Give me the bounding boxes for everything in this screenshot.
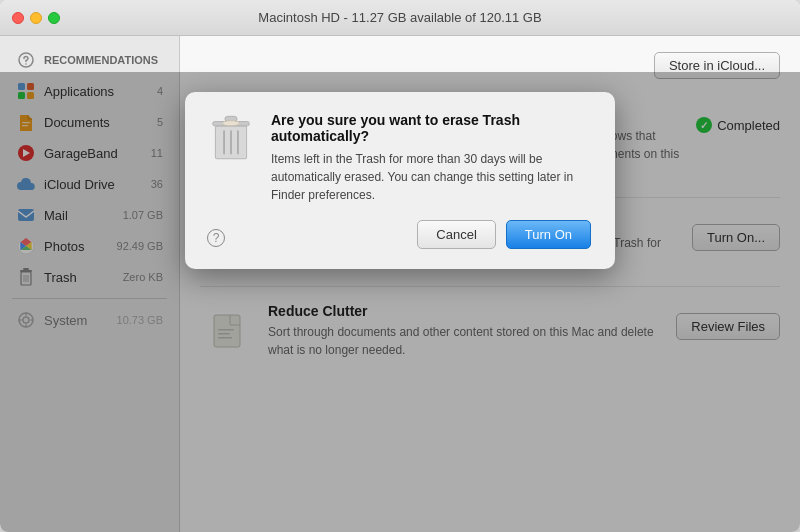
modal-buttons: Cancel Turn On xyxy=(205,220,591,249)
recommendations-icon xyxy=(16,50,36,70)
modal-trash-icon xyxy=(205,112,257,164)
maximize-button[interactable] xyxy=(48,12,60,24)
traffic-lights xyxy=(12,12,60,24)
modal-cancel-button[interactable]: Cancel xyxy=(417,220,495,249)
modal-overlay: Are you sure you want to erase Trash aut… xyxy=(0,72,800,532)
close-button[interactable] xyxy=(12,12,24,24)
modal-dialog: Are you sure you want to erase Trash aut… xyxy=(185,92,615,269)
svg-point-31 xyxy=(222,121,239,126)
modal-help-button[interactable]: ? xyxy=(207,229,225,247)
sidebar-recommendations-label: Recommendations xyxy=(44,54,158,66)
modal-body: Items left in the Trash for more than 30… xyxy=(271,150,591,204)
sidebar-header: Recommendations xyxy=(4,45,175,75)
modal-confirm-button[interactable]: Turn On xyxy=(506,220,591,249)
window-title: Macintosh HD - 11.27 GB available of 120… xyxy=(258,10,541,25)
titlebar: Macintosh HD - 11.27 GB available of 120… xyxy=(0,0,800,36)
svg-point-1 xyxy=(25,63,27,65)
minimize-button[interactable] xyxy=(30,12,42,24)
modal-title-area: Are you sure you want to erase Trash aut… xyxy=(271,112,591,204)
main-content: Recommendations Applications 4 xyxy=(0,36,800,532)
main-window: Macintosh HD - 11.27 GB available of 120… xyxy=(0,0,800,532)
modal-header: Are you sure you want to erase Trash aut… xyxy=(205,112,591,204)
modal-title: Are you sure you want to erase Trash aut… xyxy=(271,112,591,144)
